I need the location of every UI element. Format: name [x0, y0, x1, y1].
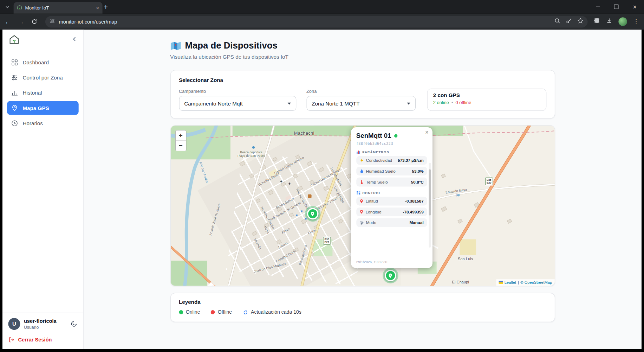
- osm-link[interactable]: © OpenStreetMap: [520, 280, 552, 284]
- campamento-value: Campamento Norte Mqtt: [184, 100, 243, 107]
- map-canvas[interactable]: + + + ≋ Machachi San Luis El Chaupi Pesc…: [170, 126, 554, 286]
- legend-refresh: Actualización cada 10s: [243, 309, 301, 315]
- sidebar-item-label: Historial: [22, 90, 42, 96]
- zona-select[interactable]: Zona Norte 1 MQTT: [306, 96, 415, 111]
- map-cross-icon: +: [280, 180, 282, 184]
- tab-favicon-icon: [17, 4, 22, 12]
- window-minimize-button[interactable]: [588, 0, 607, 14]
- place-label: El Chaupi: [452, 280, 469, 284]
- control-row: Latitud -0.381587: [356, 197, 427, 206]
- zona-field: Zona Zona Norte 1 MQTT: [306, 89, 415, 111]
- poi-label: Pesca deportiva Playa de San Pedro: [236, 151, 266, 158]
- map-shop-dot: [301, 211, 303, 212]
- popup-close-icon[interactable]: ×: [425, 129, 429, 135]
- sidebar-item-label: Horarios: [22, 120, 43, 126]
- user-avatar: U: [8, 318, 20, 330]
- tab-close-icon[interactable]: ×: [96, 5, 99, 11]
- zoom-out-button[interactable]: −: [176, 140, 186, 151]
- map-fishing-poi-icon: [252, 146, 254, 149]
- site-settings-icon[interactable]: [50, 18, 55, 25]
- sidebar-item-mapa-gps[interactable]: Mapa GPS: [7, 101, 79, 115]
- map-zoom-control: + −: [175, 130, 186, 151]
- map-card: + + + ≋ Machachi San Luis El Chaupi Pesc…: [170, 125, 555, 286]
- legend-card: Leyenda Online Offline Actualización: [170, 293, 555, 322]
- sidebar-item-horarios[interactable]: Horarios: [7, 116, 79, 130]
- campamento-field: Campamento Campamento Norte Mqtt: [179, 89, 296, 111]
- control-section-title: CONTROL: [362, 191, 381, 195]
- browser-menu-icon[interactable]: ⋮: [633, 18, 639, 25]
- url-text[interactable]: monitor-iot.com/user/map: [59, 19, 551, 24]
- road-shield-e35-e20: E35E20: [323, 237, 331, 244]
- sidebar-nav: Dashboard Control por Zona Historial Map…: [2, 55, 83, 130]
- downloads-icon[interactable]: [606, 18, 612, 25]
- bolt-icon: [359, 158, 364, 163]
- browser-tab[interactable]: Monitor IoT ×: [14, 2, 103, 14]
- legend-online: Online: [179, 309, 200, 315]
- device-marker-senmqtt-01[interactable]: [385, 270, 396, 281]
- dark-mode-toggle[interactable]: [70, 320, 77, 327]
- param-row: Conductividad 573.37 µS/cm: [356, 156, 427, 165]
- sidebar-footer: U user-floricola Usuario Cerrar Sesión: [2, 313, 83, 349]
- window-controls: ×: [588, 0, 644, 14]
- browser-profile-avatar[interactable]: [618, 17, 627, 26]
- offline-count: 0 offline: [455, 100, 471, 105]
- forward-button[interactable]: →: [16, 16, 26, 27]
- parameters-section-title: PARÁMETROS: [362, 150, 389, 154]
- tab-title: Monitor IoT: [25, 5, 93, 10]
- browser-titlebar: Monitor IoT × + ×: [0, 0, 644, 14]
- page-title: Mapa de Dispositivos: [170, 40, 555, 51]
- place-label: San Luis: [458, 257, 473, 261]
- thermometer-icon: [359, 180, 364, 185]
- parameters-icon: [356, 150, 360, 154]
- extensions-puzzle-icon[interactable]: [594, 18, 600, 25]
- sidebar-item-label: Control por Zona: [22, 74, 63, 81]
- zoom-in-button[interactable]: +: [176, 130, 186, 140]
- window-maximize-button[interactable]: [607, 0, 626, 14]
- zona-label: Zona: [306, 89, 415, 94]
- place-label: Machachi: [294, 130, 314, 135]
- browser-toolbar: ← → monitor-iot.com/user/map ⋮: [0, 14, 644, 30]
- back-button[interactable]: ←: [2, 16, 13, 27]
- logout-button[interactable]: Cerrar Sesión: [8, 337, 77, 343]
- bookmark-star-icon[interactable]: [577, 18, 584, 25]
- param-row: Humedad Suelo 53.0%: [356, 167, 427, 175]
- popup-scrollbar-thumb[interactable]: [429, 169, 431, 215]
- popup-device-id: f88f0bb3d64cc223: [356, 142, 427, 146]
- popup-timestamp: 29/1/2026, 19:32:30: [356, 257, 427, 264]
- legend-offline: Offline: [211, 309, 232, 315]
- gps-stats-box: 2 con GPS 2 online • 0 offline: [427, 89, 546, 111]
- leaflet-link[interactable]: Leaflet: [505, 280, 516, 284]
- attribution-separator: |: [518, 280, 519, 284]
- stats-separator: •: [451, 100, 453, 105]
- page-title-text: Mapa de Dispositivos: [185, 40, 277, 51]
- sidebar-collapse-icon[interactable]: [72, 36, 77, 44]
- device-marker-senmqtt-02[interactable]: [307, 208, 318, 219]
- param-row: Temp Suelo 50.8°C: [356, 178, 427, 187]
- popup-device-name: SenMqtt 01: [356, 132, 391, 140]
- campamento-select[interactable]: Campamento Norte Mqtt: [179, 96, 296, 111]
- url-bar[interactable]: monitor-iot.com/user/map: [45, 16, 588, 27]
- user-name: user-floricola: [24, 318, 57, 325]
- online-dot-icon: [179, 310, 183, 314]
- zoom-icon[interactable]: [554, 18, 561, 25]
- ukraine-flag-icon: [499, 281, 503, 284]
- app-logo-icon: [9, 34, 20, 47]
- map-cross-icon: +: [288, 182, 291, 186]
- sidebar-item-label: Mapa GPS: [22, 105, 49, 111]
- sidebar: Dashboard Control por Zona Historial Map…: [2, 30, 84, 349]
- sidebar-item-control-por-zona[interactable]: Control por Zona: [7, 70, 79, 84]
- sidebar-item-dashboard[interactable]: Dashboard: [7, 55, 79, 69]
- window-close-button[interactable]: ×: [625, 0, 644, 14]
- tab-search-caret-icon[interactable]: [5, 4, 10, 11]
- logout-label: Cerrar Sesión: [18, 337, 52, 343]
- control-row: Longitud -78.499359: [356, 207, 427, 216]
- marker-pin-icon: [388, 273, 393, 278]
- new-tab-button[interactable]: +: [101, 3, 110, 12]
- road-shield-e35-e20: E35E20: [485, 178, 493, 185]
- droplet-icon: [359, 169, 364, 173]
- sidebar-item-historial[interactable]: Historial: [7, 86, 79, 100]
- campamento-label: Campamento: [179, 89, 296, 94]
- zona-value: Zona Norte 1 MQTT: [312, 100, 359, 107]
- password-key-icon[interactable]: [566, 18, 572, 25]
- reload-button[interactable]: [29, 16, 39, 27]
